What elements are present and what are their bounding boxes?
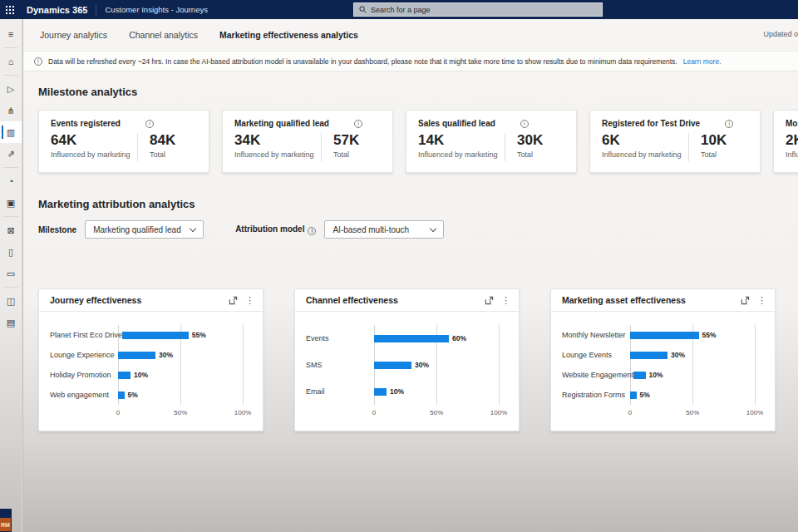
bar xyxy=(374,362,411,369)
search-input[interactable] xyxy=(371,6,597,14)
milestone-analytics-section: Milestone analytics Events registered 64… xyxy=(23,86,798,173)
push-notification-icon: ▯ xyxy=(8,248,13,257)
bar-value-label: 30% xyxy=(671,351,685,359)
more-options-icon[interactable]: ⋮ xyxy=(757,296,766,305)
kpi-title: Registered for Test Drive xyxy=(602,119,700,128)
learn-more-link[interactable]: Learn more. xyxy=(683,57,722,66)
chart-plot: Planet First Eco Drive55%Lounge Experien… xyxy=(118,325,243,416)
sidebar-divider xyxy=(3,47,18,48)
bar-value-label: 55% xyxy=(192,331,206,339)
sidebar-divider xyxy=(3,216,18,217)
kpi-influenced-column: 64K Influenced by marketing xyxy=(51,133,137,161)
bar xyxy=(118,392,125,399)
kpi-title: Marketing qualified lead xyxy=(234,119,329,128)
chart-body: Planet First Eco Drive55%Lounge Experien… xyxy=(39,325,263,416)
bar-track: 55% xyxy=(630,331,755,339)
bar xyxy=(122,332,189,339)
expand-chart-icon[interactable] xyxy=(741,296,750,305)
tab-marketing-effectiveness-analytics[interactable]: Marketing effectiveness analytics xyxy=(219,30,358,40)
top-bar: Dynamics 365 Customer Insights - Journey… xyxy=(0,0,798,19)
sidebar-divider xyxy=(3,287,18,288)
info-icon[interactable] xyxy=(520,120,529,128)
tab-journey-analytics[interactable]: Journey analytics xyxy=(40,30,107,40)
bar-track: 10% xyxy=(633,371,755,379)
milestone-dropdown[interactable]: Marketing qualified lead xyxy=(85,220,204,239)
attribution-model-dropdown[interactable]: AI-based multi-touch xyxy=(324,220,444,239)
category-label: Website Engagement xyxy=(551,371,633,379)
kpi-total-value: 84K xyxy=(150,133,175,149)
more-options-icon[interactable]: ⋮ xyxy=(501,296,510,305)
kpi-card: Registered for Test Drive 6K Influenced … xyxy=(589,110,761,173)
sidebar-item-journeys-icon[interactable]: ⋔ xyxy=(0,100,22,121)
category-label: Lounge Experience xyxy=(39,351,118,359)
kpi-influenced-value: 34K xyxy=(234,133,321,149)
attribution-filters: Milestone Marketing qualified lead Attri… xyxy=(38,220,798,239)
bar-value-label: 60% xyxy=(452,334,466,342)
sidebar-item-analytics-icon[interactable]: ▥ xyxy=(0,121,22,143)
kpi-influenced-label: Influenced by marketing xyxy=(234,150,321,159)
chart-rows: Events60%SMS30%Email10% xyxy=(295,325,519,405)
info-icon[interactable] xyxy=(354,120,362,128)
chart-body: Events60%SMS30%Email10% 0 50% 100% xyxy=(295,325,519,416)
kpi-card-header: Registered for Test Drive xyxy=(602,119,748,128)
chart-card: Channel effectiveness ⋮ Events60%SMS30%E… xyxy=(294,288,520,431)
info-icon[interactable] xyxy=(725,120,733,128)
more-options-icon[interactable]: ⋮ xyxy=(245,296,254,305)
expand-chart-icon[interactable] xyxy=(229,296,238,305)
chart-rows: Monthly Newsletter55%Lounge Events30%Web… xyxy=(551,325,775,405)
category-label: Email xyxy=(295,387,374,396)
kpi-influenced-value: 2K xyxy=(786,133,798,149)
library-icon: ◫ xyxy=(7,297,15,306)
bar-track: 55% xyxy=(122,331,243,339)
app-context-title: Customer Insights - Journeys xyxy=(105,5,208,14)
sidebar-item-text-message-icon[interactable]: ▭ xyxy=(0,263,22,284)
sidebar-item-home-icon[interactable]: ⌂ xyxy=(0,51,22,72)
sidebar-item-library-icon[interactable]: ◫ xyxy=(0,290,22,312)
milestone-dropdown-value: Marketing qualified lead xyxy=(93,225,181,234)
x-tick: 0 xyxy=(628,409,632,416)
tab-channel-analytics[interactable]: Channel analytics xyxy=(129,30,198,40)
analytics-tabs: Journey analytics Channel analytics Mark… xyxy=(23,19,798,51)
expand-chart-icon[interactable] xyxy=(485,296,494,305)
app-launcher-icon[interactable] xyxy=(0,0,20,19)
app-window: Dynamics 365 Customer Insights - Journey… xyxy=(0,0,798,532)
global-search[interactable] xyxy=(353,2,603,17)
bar-track: 30% xyxy=(630,351,755,359)
chart-header: Channel effectiveness ⋮ xyxy=(295,289,519,312)
chart-x-axis: 0 50% 100% xyxy=(118,406,243,416)
updated-timestamp: Updated o xyxy=(763,30,798,38)
chevron-down-icon xyxy=(430,224,436,231)
info-icon[interactable] xyxy=(145,120,154,128)
bar xyxy=(118,372,131,379)
bar xyxy=(633,372,646,379)
home-icon: ⌂ xyxy=(8,57,14,66)
info-icon[interactable] xyxy=(308,227,316,235)
kpi-influenced-column: 14K Influenced by marketing xyxy=(418,133,505,161)
sidebar-item-send-icon[interactable]: ⇗ xyxy=(0,143,22,165)
chart-actions: ⋮ xyxy=(741,296,766,305)
kpi-influenced-column: 2K Influ xyxy=(786,133,798,161)
sidebar-item-consent-icon[interactable]: ▣ xyxy=(0,192,22,214)
get-started-icon: ▷ xyxy=(7,85,14,94)
chart-header: Journey effectiveness ⋮ xyxy=(39,289,263,312)
sidebar-item-email-icon[interactable]: ⊠ xyxy=(0,219,22,241)
kpi-total-value: 30K xyxy=(517,133,543,149)
kpi-influenced-label: Influenced by marketing xyxy=(602,150,688,159)
kpi-card-header: Events registered xyxy=(51,119,197,128)
category-label: Planet First Eco Drive xyxy=(39,331,122,339)
sidebar-item-menu-icon[interactable]: ≡ xyxy=(0,23,22,45)
attribution-analytics-section: Marketing attribution analytics Mileston… xyxy=(23,198,798,239)
sidebar-item-segments-icon[interactable]: ◔ xyxy=(0,170,22,192)
chart-bar-row: SMS30% xyxy=(295,359,519,371)
sidebar-item-get-started-icon[interactable]: ▷ xyxy=(0,78,22,100)
category-label: Registration Forms xyxy=(551,391,630,399)
site-map-sidebar: ≡⌂▷⋔▥⇗◔▣⊠▯▭◫▤ xyxy=(0,19,22,532)
bar xyxy=(118,352,155,359)
sidebar-item-forms-icon[interactable]: ▤ xyxy=(0,312,22,333)
chart-bar-row: Web engagement5% xyxy=(39,389,263,401)
chart-bar-row: Planet First Eco Drive55% xyxy=(39,329,263,341)
bar xyxy=(374,388,387,396)
avatar: RM xyxy=(0,518,11,531)
bar-value-label: 10% xyxy=(134,371,148,379)
sidebar-item-push-notification-icon[interactable]: ▯ xyxy=(0,241,22,263)
